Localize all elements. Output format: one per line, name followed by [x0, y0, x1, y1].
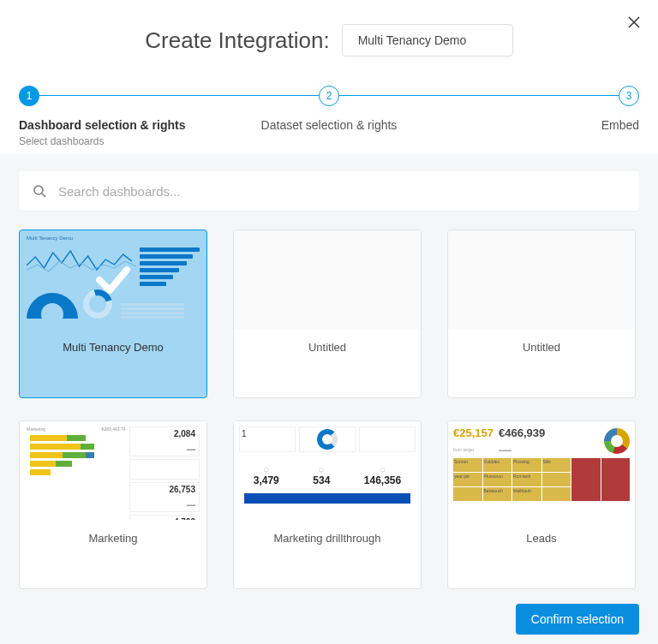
dashboard-card-title: Untitled [448, 329, 635, 366]
step-3[interactable]: 3 [619, 86, 639, 106]
dashboard-thumbnail: Marketing€283,443.74 2,084▬▬ 26,753▬▬ [20, 421, 206, 520]
dashboard-card[interactable]: €25,157from target €466,939▬▬▬ Sonron Go… [447, 420, 636, 589]
step-1-label: Dashboard selection & rights Select dash… [19, 118, 225, 147]
search-icon [33, 184, 46, 198]
step-1-sublabel: Select dashboards [19, 135, 225, 147]
modal-title: Create Integration: [145, 27, 329, 54]
svg-point-0 [34, 186, 43, 194]
dashboard-card-title: Marketing drillthrough [234, 520, 421, 557]
dashboard-thumbnail [234, 230, 421, 329]
dashboard-thumbnail [448, 230, 635, 329]
dashboard-card[interactable]: Marketing€283,443.74 2,084▬▬ 26,753▬▬ [19, 420, 207, 589]
step-3-label: Embed [433, 118, 639, 147]
dashboard-grid: Multi Tenancy Demo [19, 230, 639, 589]
dashboard-card-title: Marketing [20, 520, 206, 557]
dashboard-card[interactable]: Multi Tenancy Demo [19, 230, 207, 398]
close-icon [627, 15, 641, 29]
dashboard-card[interactable]: Untitled [447, 230, 636, 398]
integration-name-input[interactable]: Multi Tenancy Demo [342, 24, 513, 57]
dashboard-thumbnail: 1 ◯3,479 ◯534 ◯146,356 [234, 421, 421, 520]
dashboard-card[interactable]: 1 ◯3,479 ◯534 ◯146,356 Marketing drillth… [233, 420, 422, 589]
dashboard-card-title: Untitled [234, 329, 421, 366]
dashboard-card-title: Multi Tenancy Demo [20, 329, 206, 366]
close-button[interactable] [625, 14, 643, 31]
modal-footer: Confirm selection [0, 593, 658, 644]
dashboard-card[interactable]: Untitled [233, 230, 422, 398]
step-1[interactable]: 1 [19, 86, 39, 106]
search-bar[interactable] [19, 171, 639, 211]
search-input[interactable] [58, 184, 625, 199]
step-2[interactable]: 2 [319, 86, 339, 106]
dashboard-thumbnail: €25,157from target €466,939▬▬▬ Sonron Go… [448, 421, 635, 520]
checkmark-icon [93, 259, 134, 301]
dashboard-card-title: Leads [448, 520, 635, 557]
step-2-label: Dataset selection & rights [225, 118, 432, 147]
confirm-selection-button[interactable]: Confirm selection [516, 604, 639, 635]
dashboard-thumbnail: Multi Tenancy Demo [20, 230, 206, 329]
step-progress: 1 2 3 Dashboard selection & rights Selec… [0, 65, 658, 154]
